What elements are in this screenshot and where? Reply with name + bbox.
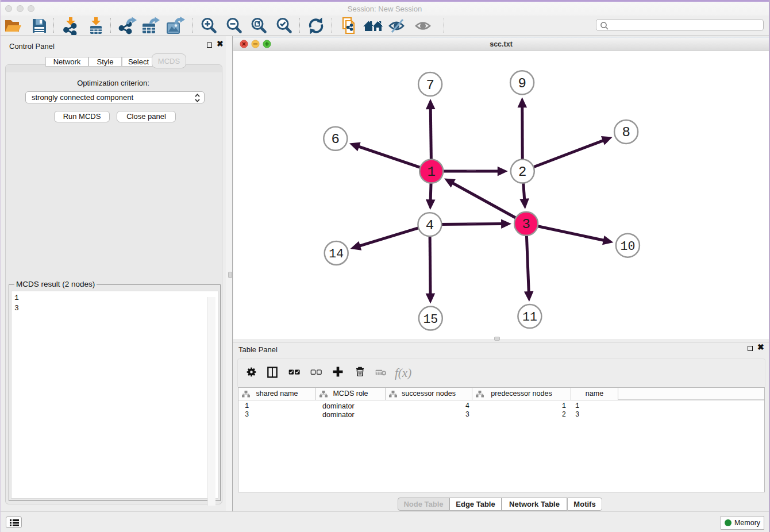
svg-text:15: 15 bbox=[423, 313, 438, 326]
svg-text:2: 2 bbox=[518, 164, 526, 180]
svg-text:8: 8 bbox=[622, 125, 630, 140]
svg-text:3: 3 bbox=[522, 217, 530, 232]
svg-text:7: 7 bbox=[426, 78, 434, 93]
svg-text:14: 14 bbox=[329, 247, 344, 261]
svg-text:1: 1 bbox=[427, 164, 435, 180]
svg-text:9: 9 bbox=[518, 76, 526, 91]
svg-text:4: 4 bbox=[426, 218, 434, 233]
svg-text:10: 10 bbox=[620, 240, 635, 253]
svg-text:6: 6 bbox=[332, 132, 340, 147]
svg-text:11: 11 bbox=[522, 310, 537, 324]
